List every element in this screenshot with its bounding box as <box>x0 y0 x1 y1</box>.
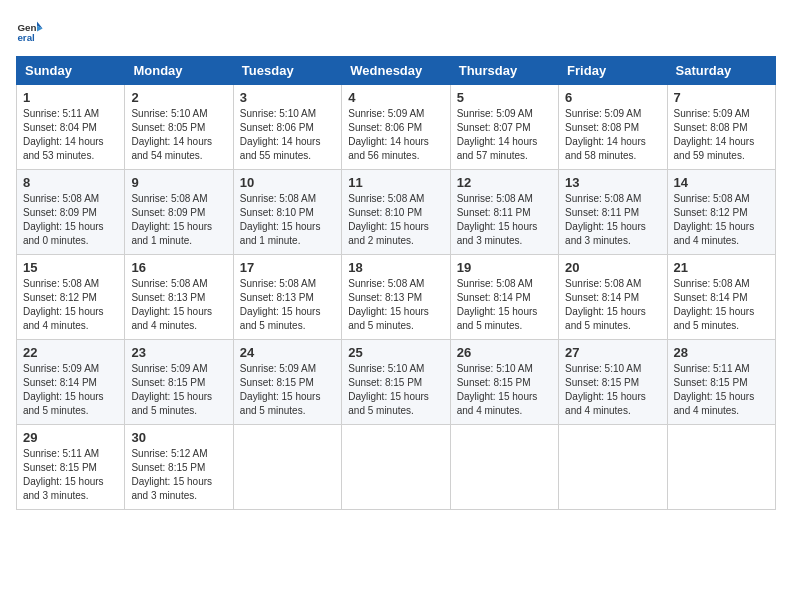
day-content: Sunrise: 5:09 AMSunset: 8:06 PMDaylight:… <box>348 107 443 163</box>
week-row-3: 15 Sunrise: 5:08 AMSunset: 8:12 PMDaylig… <box>17 255 776 340</box>
svg-text:eral: eral <box>17 32 35 43</box>
day-content: Sunrise: 5:09 AMSunset: 8:08 PMDaylight:… <box>674 107 769 163</box>
day-number: 4 <box>348 90 443 105</box>
day-content: Sunrise: 5:09 AMSunset: 8:15 PMDaylight:… <box>131 362 226 418</box>
page-header: Gen eral <box>16 16 776 44</box>
calendar-cell: 4 Sunrise: 5:09 AMSunset: 8:06 PMDayligh… <box>342 85 450 170</box>
weekday-wednesday: Wednesday <box>342 57 450 85</box>
day-content: Sunrise: 5:08 AMSunset: 8:09 PMDaylight:… <box>23 192 118 248</box>
calendar-cell: 17 Sunrise: 5:08 AMSunset: 8:13 PMDaylig… <box>233 255 341 340</box>
week-row-2: 8 Sunrise: 5:08 AMSunset: 8:09 PMDayligh… <box>17 170 776 255</box>
day-content: Sunrise: 5:09 AMSunset: 8:08 PMDaylight:… <box>565 107 660 163</box>
day-number: 11 <box>348 175 443 190</box>
day-content: Sunrise: 5:08 AMSunset: 8:13 PMDaylight:… <box>131 277 226 333</box>
day-number: 6 <box>565 90 660 105</box>
calendar-cell: 29 Sunrise: 5:11 AMSunset: 8:15 PMDaylig… <box>17 425 125 510</box>
calendar-cell: 9 Sunrise: 5:08 AMSunset: 8:09 PMDayligh… <box>125 170 233 255</box>
weekday-friday: Friday <box>559 57 667 85</box>
day-number: 13 <box>565 175 660 190</box>
day-number: 23 <box>131 345 226 360</box>
weekday-thursday: Thursday <box>450 57 558 85</box>
day-number: 12 <box>457 175 552 190</box>
weekday-saturday: Saturday <box>667 57 775 85</box>
weekday-monday: Monday <box>125 57 233 85</box>
day-content: Sunrise: 5:08 AMSunset: 8:11 PMDaylight:… <box>457 192 552 248</box>
day-content: Sunrise: 5:12 AMSunset: 8:15 PMDaylight:… <box>131 447 226 503</box>
day-number: 10 <box>240 175 335 190</box>
day-number: 9 <box>131 175 226 190</box>
calendar-cell: 14 Sunrise: 5:08 AMSunset: 8:12 PMDaylig… <box>667 170 775 255</box>
calendar-cell: 26 Sunrise: 5:10 AMSunset: 8:15 PMDaylig… <box>450 340 558 425</box>
day-content: Sunrise: 5:10 AMSunset: 8:15 PMDaylight:… <box>565 362 660 418</box>
calendar-cell: 12 Sunrise: 5:08 AMSunset: 8:11 PMDaylig… <box>450 170 558 255</box>
day-content: Sunrise: 5:08 AMSunset: 8:14 PMDaylight:… <box>457 277 552 333</box>
day-content: Sunrise: 5:10 AMSunset: 8:15 PMDaylight:… <box>457 362 552 418</box>
calendar-cell: 23 Sunrise: 5:09 AMSunset: 8:15 PMDaylig… <box>125 340 233 425</box>
week-row-5: 29 Sunrise: 5:11 AMSunset: 8:15 PMDaylig… <box>17 425 776 510</box>
day-number: 3 <box>240 90 335 105</box>
day-content: Sunrise: 5:08 AMSunset: 8:13 PMDaylight:… <box>240 277 335 333</box>
day-number: 28 <box>674 345 769 360</box>
day-number: 16 <box>131 260 226 275</box>
calendar-cell: 25 Sunrise: 5:10 AMSunset: 8:15 PMDaylig… <box>342 340 450 425</box>
calendar-cell: 22 Sunrise: 5:09 AMSunset: 8:14 PMDaylig… <box>17 340 125 425</box>
day-content: Sunrise: 5:08 AMSunset: 8:13 PMDaylight:… <box>348 277 443 333</box>
calendar-cell: 16 Sunrise: 5:08 AMSunset: 8:13 PMDaylig… <box>125 255 233 340</box>
day-content: Sunrise: 5:09 AMSunset: 8:14 PMDaylight:… <box>23 362 118 418</box>
day-content: Sunrise: 5:09 AMSunset: 8:15 PMDaylight:… <box>240 362 335 418</box>
day-number: 26 <box>457 345 552 360</box>
day-number: 19 <box>457 260 552 275</box>
day-number: 27 <box>565 345 660 360</box>
day-number: 15 <box>23 260 118 275</box>
logo: Gen eral <box>16 16 48 44</box>
day-content: Sunrise: 5:08 AMSunset: 8:11 PMDaylight:… <box>565 192 660 248</box>
calendar-cell: 21 Sunrise: 5:08 AMSunset: 8:14 PMDaylig… <box>667 255 775 340</box>
calendar-cell: 2 Sunrise: 5:10 AMSunset: 8:05 PMDayligh… <box>125 85 233 170</box>
calendar-cell: 11 Sunrise: 5:08 AMSunset: 8:10 PMDaylig… <box>342 170 450 255</box>
day-content: Sunrise: 5:08 AMSunset: 8:12 PMDaylight:… <box>23 277 118 333</box>
calendar-cell <box>667 425 775 510</box>
day-content: Sunrise: 5:08 AMSunset: 8:09 PMDaylight:… <box>131 192 226 248</box>
calendar-cell: 1 Sunrise: 5:11 AMSunset: 8:04 PMDayligh… <box>17 85 125 170</box>
weekday-sunday: Sunday <box>17 57 125 85</box>
weekday-header-row: SundayMondayTuesdayWednesdayThursdayFrid… <box>17 57 776 85</box>
calendar-cell: 8 Sunrise: 5:08 AMSunset: 8:09 PMDayligh… <box>17 170 125 255</box>
day-content: Sunrise: 5:08 AMSunset: 8:12 PMDaylight:… <box>674 192 769 248</box>
day-content: Sunrise: 5:10 AMSunset: 8:05 PMDaylight:… <box>131 107 226 163</box>
day-content: Sunrise: 5:11 AMSunset: 8:15 PMDaylight:… <box>23 447 118 503</box>
calendar-cell: 27 Sunrise: 5:10 AMSunset: 8:15 PMDaylig… <box>559 340 667 425</box>
day-number: 25 <box>348 345 443 360</box>
calendar-cell: 13 Sunrise: 5:08 AMSunset: 8:11 PMDaylig… <box>559 170 667 255</box>
day-number: 14 <box>674 175 769 190</box>
calendar-cell: 30 Sunrise: 5:12 AMSunset: 8:15 PMDaylig… <box>125 425 233 510</box>
calendar-cell <box>233 425 341 510</box>
day-content: Sunrise: 5:08 AMSunset: 8:14 PMDaylight:… <box>565 277 660 333</box>
day-number: 8 <box>23 175 118 190</box>
calendar-cell: 18 Sunrise: 5:08 AMSunset: 8:13 PMDaylig… <box>342 255 450 340</box>
calendar-cell: 24 Sunrise: 5:09 AMSunset: 8:15 PMDaylig… <box>233 340 341 425</box>
calendar-cell: 28 Sunrise: 5:11 AMSunset: 8:15 PMDaylig… <box>667 340 775 425</box>
calendar-cell: 10 Sunrise: 5:08 AMSunset: 8:10 PMDaylig… <box>233 170 341 255</box>
week-row-1: 1 Sunrise: 5:11 AMSunset: 8:04 PMDayligh… <box>17 85 776 170</box>
day-number: 20 <box>565 260 660 275</box>
day-number: 5 <box>457 90 552 105</box>
day-number: 22 <box>23 345 118 360</box>
calendar-cell: 19 Sunrise: 5:08 AMSunset: 8:14 PMDaylig… <box>450 255 558 340</box>
day-number: 24 <box>240 345 335 360</box>
day-content: Sunrise: 5:08 AMSunset: 8:10 PMDaylight:… <box>240 192 335 248</box>
day-number: 30 <box>131 430 226 445</box>
calendar-cell: 15 Sunrise: 5:08 AMSunset: 8:12 PMDaylig… <box>17 255 125 340</box>
day-number: 7 <box>674 90 769 105</box>
calendar-cell: 3 Sunrise: 5:10 AMSunset: 8:06 PMDayligh… <box>233 85 341 170</box>
calendar-table: SundayMondayTuesdayWednesdayThursdayFrid… <box>16 56 776 510</box>
calendar-cell: 5 Sunrise: 5:09 AMSunset: 8:07 PMDayligh… <box>450 85 558 170</box>
day-number: 18 <box>348 260 443 275</box>
weekday-tuesday: Tuesday <box>233 57 341 85</box>
calendar-cell: 20 Sunrise: 5:08 AMSunset: 8:14 PMDaylig… <box>559 255 667 340</box>
day-content: Sunrise: 5:09 AMSunset: 8:07 PMDaylight:… <box>457 107 552 163</box>
day-number: 17 <box>240 260 335 275</box>
calendar-cell: 7 Sunrise: 5:09 AMSunset: 8:08 PMDayligh… <box>667 85 775 170</box>
day-content: Sunrise: 5:10 AMSunset: 8:06 PMDaylight:… <box>240 107 335 163</box>
day-number: 2 <box>131 90 226 105</box>
week-row-4: 22 Sunrise: 5:09 AMSunset: 8:14 PMDaylig… <box>17 340 776 425</box>
